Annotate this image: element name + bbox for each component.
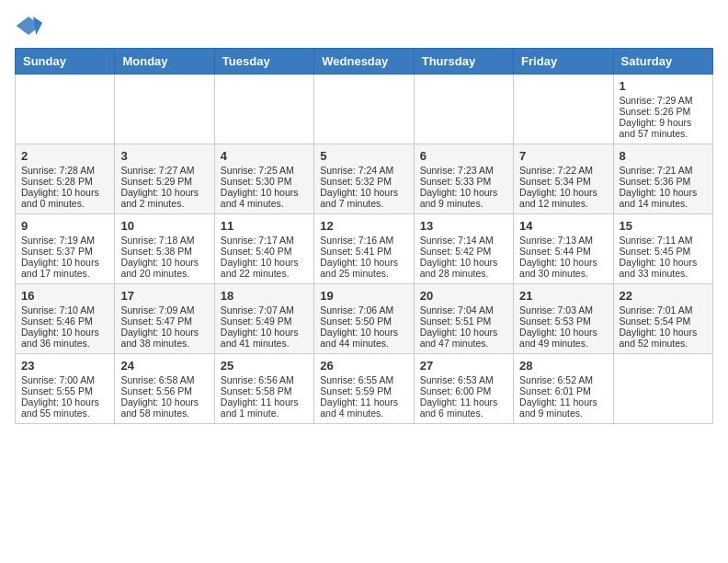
day-number: 11: [221, 219, 308, 233]
day-info: Daylight: 10 hours and 4 minutes.: [221, 187, 308, 209]
day-info: Sunrise: 7:24 AM: [320, 165, 407, 176]
day-info: Daylight: 10 hours and 20 minutes.: [120, 257, 208, 279]
weekday-header-tuesday: Tuesday: [214, 49, 313, 75]
calendar-cell: 9Sunrise: 7:19 AMSunset: 5:37 PMDaylight…: [16, 214, 115, 284]
day-info: Sunrise: 7:27 AM: [120, 165, 208, 176]
day-info: Daylight: 10 hours and 44 minutes.: [320, 327, 407, 349]
day-info: Sunrise: 7:28 AM: [21, 165, 108, 176]
weekday-header-row: SundayMondayTuesdayWednesdayThursdayFrid…: [16, 49, 713, 75]
weekday-header-wednesday: Wednesday: [314, 49, 414, 75]
calendar-week-2: 2Sunrise: 7:28 AMSunset: 5:28 PMDaylight…: [16, 144, 713, 214]
day-number: 16: [21, 289, 108, 303]
calendar-week-1: 1Sunrise: 7:29 AMSunset: 5:26 PMDaylight…: [16, 75, 713, 144]
day-info: Sunrise: 7:25 AM: [221, 165, 308, 176]
day-info: Daylight: 10 hours and 33 minutes.: [620, 257, 707, 279]
calendar-cell: 28Sunrise: 6:52 AMSunset: 6:01 PMDayligh…: [514, 354, 613, 424]
day-number: 6: [420, 149, 507, 163]
day-info: Sunset: 5:59 PM: [320, 385, 407, 396]
day-info: Daylight: 10 hours and 28 minutes.: [420, 257, 507, 279]
calendar-cell: 11Sunrise: 7:17 AMSunset: 5:40 PMDayligh…: [214, 214, 313, 284]
day-info: Sunrise: 7:22 AM: [519, 165, 607, 176]
day-info: Sunset: 5:45 PM: [620, 246, 707, 257]
day-info: Sunset: 5:29 PM: [120, 176, 208, 187]
day-info: Daylight: 11 hours and 9 minutes.: [519, 396, 607, 419]
day-info: Sunrise: 6:55 AM: [320, 374, 407, 385]
day-info: Sunrise: 7:06 AM: [320, 304, 407, 316]
day-number: 17: [120, 289, 208, 303]
day-number: 21: [519, 289, 607, 303]
day-info: Sunrise: 7:16 AM: [320, 235, 407, 246]
day-number: 20: [420, 289, 507, 303]
day-number: 23: [21, 359, 108, 373]
day-info: Daylight: 11 hours and 1 minute.: [221, 396, 308, 419]
day-info: Daylight: 10 hours and 0 minutes.: [21, 187, 108, 209]
day-number: 28: [519, 359, 607, 373]
day-info: Sunrise: 7:07 AM: [221, 304, 308, 316]
day-number: 10: [120, 219, 208, 233]
calendar-cell: [115, 75, 214, 144]
calendar-cell: 2Sunrise: 7:28 AMSunset: 5:28 PMDaylight…: [16, 144, 115, 214]
calendar-cell: 25Sunrise: 6:56 AMSunset: 5:58 PMDayligh…: [214, 354, 313, 424]
day-number: 27: [420, 359, 507, 373]
calendar-cell: [314, 75, 414, 144]
day-info: Daylight: 10 hours and 12 minutes.: [519, 187, 607, 209]
day-info: Sunrise: 7:01 AM: [620, 304, 707, 316]
logo: [15, 15, 46, 37]
day-number: 22: [620, 289, 707, 303]
calendar-week-5: 23Sunrise: 7:00 AMSunset: 5:55 PMDayligh…: [16, 354, 713, 424]
day-info: Sunset: 5:37 PM: [21, 246, 108, 257]
day-info: Sunset: 5:47 PM: [120, 316, 208, 327]
calendar-cell: 4Sunrise: 7:25 AMSunset: 5:30 PMDaylight…: [214, 144, 313, 214]
day-info: Sunrise: 7:29 AM: [620, 95, 707, 106]
day-info: Daylight: 10 hours and 17 minutes.: [21, 257, 108, 279]
day-number: 26: [320, 359, 407, 373]
calendar-cell: 14Sunrise: 7:13 AMSunset: 5:44 PMDayligh…: [514, 214, 613, 284]
weekday-header-monday: Monday: [115, 49, 214, 75]
day-info: Sunset: 5:42 PM: [420, 246, 507, 257]
day-info: Sunrise: 7:03 AM: [519, 304, 607, 316]
day-info: Sunset: 5:50 PM: [320, 316, 407, 327]
day-info: Daylight: 10 hours and 22 minutes.: [221, 257, 308, 279]
calendar-cell: 6Sunrise: 7:23 AMSunset: 5:33 PMDaylight…: [414, 144, 513, 214]
day-info: Daylight: 11 hours and 6 minutes.: [420, 396, 507, 419]
calendar-cell: 15Sunrise: 7:11 AMSunset: 5:45 PMDayligh…: [613, 214, 712, 284]
day-info: Sunset: 5:36 PM: [620, 176, 707, 187]
day-info: Sunrise: 6:53 AM: [420, 374, 507, 385]
day-number: 9: [21, 219, 108, 233]
calendar-cell: 7Sunrise: 7:22 AMSunset: 5:34 PMDaylight…: [514, 144, 613, 214]
calendar-cell: 16Sunrise: 7:10 AMSunset: 5:46 PMDayligh…: [16, 284, 115, 354]
day-number: 13: [420, 219, 507, 233]
day-number: 19: [320, 289, 407, 303]
day-info: Sunset: 5:56 PM: [120, 385, 208, 396]
day-info: Sunrise: 6:58 AM: [120, 374, 208, 385]
day-info: Sunrise: 7:14 AM: [420, 235, 507, 246]
day-info: Sunrise: 7:17 AM: [221, 235, 308, 246]
day-info: Daylight: 11 hours and 4 minutes.: [320, 396, 407, 419]
day-info: Daylight: 10 hours and 14 minutes.: [620, 187, 707, 209]
day-number: 15: [620, 219, 707, 233]
day-number: 24: [120, 359, 208, 373]
day-number: 7: [519, 149, 607, 163]
day-info: Sunset: 6:00 PM: [420, 385, 507, 396]
calendar-cell: 17Sunrise: 7:09 AMSunset: 5:47 PMDayligh…: [115, 284, 214, 354]
page-header: [15, 15, 713, 37]
day-info: Sunrise: 6:52 AM: [519, 374, 607, 385]
calendar-cell: 20Sunrise: 7:04 AMSunset: 5:51 PMDayligh…: [414, 284, 513, 354]
day-info: Daylight: 10 hours and 41 minutes.: [221, 327, 308, 349]
weekday-header-saturday: Saturday: [613, 49, 712, 75]
day-info: Sunset: 5:58 PM: [221, 385, 308, 396]
calendar-cell: 18Sunrise: 7:07 AMSunset: 5:49 PMDayligh…: [214, 284, 313, 354]
day-number: 25: [221, 359, 308, 373]
day-info: Sunrise: 7:11 AM: [620, 235, 707, 246]
day-info: Sunrise: 7:18 AM: [120, 235, 208, 246]
calendar-cell: 23Sunrise: 7:00 AMSunset: 5:55 PMDayligh…: [16, 354, 115, 424]
day-info: Daylight: 10 hours and 58 minutes.: [120, 396, 208, 419]
day-info: Sunset: 5:34 PM: [519, 176, 607, 187]
logo-icon: [15, 15, 42, 37]
weekday-header-friday: Friday: [514, 49, 613, 75]
day-info: Daylight: 10 hours and 30 minutes.: [519, 257, 607, 279]
weekday-header-sunday: Sunday: [16, 49, 115, 75]
day-info: Daylight: 10 hours and 25 minutes.: [320, 257, 407, 279]
day-info: Sunrise: 6:56 AM: [221, 374, 308, 385]
day-info: Sunset: 5:51 PM: [420, 316, 507, 327]
